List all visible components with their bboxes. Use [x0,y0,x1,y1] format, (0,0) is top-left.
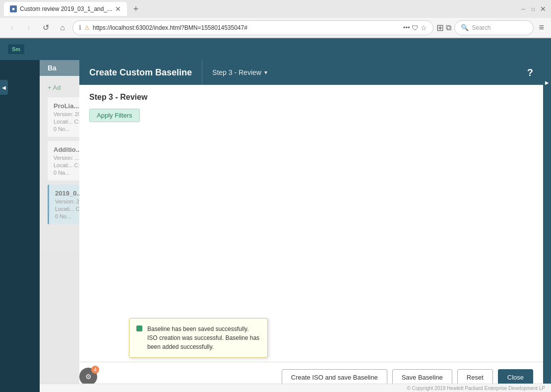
more-icon: ••• [403,24,410,31]
search-icon: 🔍 [461,24,469,31]
reload-button[interactable]: ↺ [39,21,53,35]
browser-tab[interactable]: ■ Custom review 2019_03_1_and_... ✕ [4,2,127,16]
shield-icon: 🛡 [412,24,419,32]
minimize-button[interactable]: ─ [519,5,527,13]
left-sidebar: ◀ [0,60,40,392]
copyright-footer: © Copyright 2019 Hewlett Packard Enterpr… [40,384,551,392]
modal-step-section[interactable]: Step 3 - Review ▾ [202,60,277,85]
modal-dialog: Create Custom Baseline Step 3 - Review ▾… [79,60,543,392]
apply-filters-button[interactable]: Apply Filters [89,109,140,122]
search-bar[interactable]: 🔍 Search [454,20,534,35]
modal-header: Create Custom Baseline Step 3 - Review ▾… [79,60,543,85]
app-logo: Sm [8,44,24,54]
forward-button[interactable]: › [22,21,36,35]
browser-chrome: ■ Custom review 2019_03_1_and_... ✕ + ─ … [0,0,551,38]
right-panel-toggle[interactable]: ▶ [543,60,551,392]
gear-badge[interactable]: ⚙ 4 [79,368,97,386]
maximize-button[interactable]: □ [529,5,537,13]
window-controls: ─ □ ✕ [519,5,547,13]
modal-help-button[interactable]: ? [517,60,543,85]
split-view-icon[interactable]: ⧉ [446,23,451,32]
tab-close-button[interactable]: ✕ [115,5,121,13]
main-content: ◀ Ba + Ad ProLia... Version: 2019.0... L… [0,60,551,392]
modal-title-section: Create Custom Baseline [79,60,202,85]
tab-title: Custom review 2019_03_1_and_... [20,5,112,12]
lock-icon: ⚠ [84,24,90,31]
modal-title: Create Custom Baseline [89,67,192,78]
app-background: Sm ◀ Ba + Ad ProLia... Version: 2019.0..… [0,38,551,392]
url-bar[interactable]: ℹ ⚠ https://localhost:63002/index.html?B… [72,20,433,35]
notification-status-icon [136,326,142,331]
notification-toast: Baseline has been saved successfully. IS… [129,318,268,358]
gear-badge-count: 4 [91,366,99,374]
window-close-button[interactable]: ✕ [539,5,547,13]
browser-navbar: ‹ › ↺ ⌂ ℹ ⚠ https://localhost:63002/inde… [0,18,551,38]
browser-menu-button[interactable]: ≡ [537,22,546,33]
tab-favicon: ■ [10,5,17,12]
bookmark-icon: ☆ [421,24,427,32]
browser-titlebar: ■ Custom review 2019_03_1_and_... ✕ + ─ … [0,0,551,18]
library-icon[interactable]: ⊞ [436,22,444,33]
notification-message: Baseline has been saved successfully. IS… [147,325,260,351]
nav-extra-icons: ⊞ ⧉ [436,22,451,33]
page-area: Ba + Ad ProLia... Version: 2019.0... Loc… [40,60,551,392]
step-title: Step 3 - Review [89,93,533,102]
gear-icon: ⚙ [85,373,92,381]
modal-body: Step 3 - Review Apply Filters Baseline h… [79,85,543,392]
right-panel-arrow-icon: ▶ [545,80,549,85]
modal-step-dropdown-icon: ▾ [264,69,267,76]
sidebar-toggle[interactable]: ◀ [0,80,8,95]
back-button[interactable]: ‹ [5,21,19,35]
info-icon: ℹ [79,24,81,31]
url-icons: ••• 🛡 ☆ [403,24,428,32]
search-input[interactable]: Search [472,24,490,31]
url-text: https://localhost:63002/index.html?BMN=1… [93,24,400,31]
new-tab-button[interactable]: + [129,2,143,16]
app-header: Sm [0,38,551,60]
home-button[interactable]: ⌂ [56,21,69,35]
modal-step-label: Step 3 - Review [212,68,261,76]
